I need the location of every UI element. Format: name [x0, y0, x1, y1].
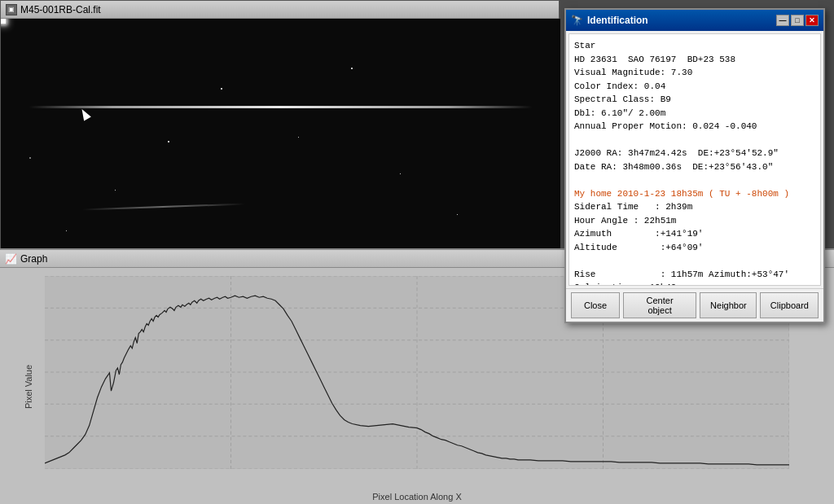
- annual-pm-value: 0.024 -0.040: [692, 121, 757, 131]
- cursor-arrow: [78, 107, 91, 121]
- annual-pm-label: Annual Proper Motion:: [574, 121, 687, 131]
- star-type-row: Star: [574, 39, 815, 53]
- image-title-bar: ▣ M45-001RB-Cal.fit: [1, 1, 559, 19]
- star: [351, 68, 353, 69]
- spectral-class-row: Spectral Class: B9: [574, 93, 815, 107]
- dialog-title-bar: 🔭 Identification — □ ✕: [566, 10, 823, 31]
- x-axis-label: Pixel Location Along X: [372, 492, 461, 502]
- image-window-icon: ▣: [6, 4, 17, 15]
- altitude-label: Altitude: [574, 243, 617, 252]
- color-index-value: 0.04: [644, 81, 665, 91]
- altitude-row: Altitude :+64°09': [574, 241, 815, 255]
- rise-row: Rise : 11h57m Azimuth:+53°47': [574, 268, 815, 282]
- dialog-footer: Close Center object Neighbor Clipboard: [566, 288, 823, 322]
- clipboard-button[interactable]: Clipboard: [760, 292, 819, 318]
- bright-star: [1, 19, 6, 24]
- visual-mag-row: Visual Magnitude: 7.30: [574, 66, 815, 80]
- j2000-ra-value: 3h47m24.42s: [628, 148, 687, 158]
- bd-id: BD+23 538: [687, 55, 735, 64]
- hour-angle-row: Hour Angle : 22h51m: [574, 214, 815, 228]
- dialog-title-left: 🔭 Identification: [571, 15, 648, 26]
- close-button[interactable]: Close: [571, 292, 620, 318]
- culmination-label: Culmination :: [574, 283, 644, 286]
- my-home-text: My home 2010-1-23 18h35m ( TU + -8h00m ): [574, 189, 789, 199]
- j2000-de-value: +23°54'52.9": [714, 148, 779, 158]
- star: [115, 190, 116, 191]
- visual-mag-value: 7.30: [671, 68, 692, 77]
- dialog-controls: — □ ✕: [776, 15, 819, 26]
- azimuth-value: :+141°19': [655, 229, 703, 239]
- culmination-value: 19h49m: [649, 283, 682, 286]
- date-ra-value: 3h48m00.36s: [622, 162, 682, 172]
- identification-dialog: 🔭 Identification — □ ✕ Star HD 23631 SAO…: [564, 8, 825, 323]
- sao-id: SAO 76197: [628, 55, 676, 64]
- annual-pm-row: Annual Proper Motion: 0.024 -0.040: [574, 120, 815, 134]
- hd-id: HD 23631: [574, 55, 617, 64]
- catalog-ids-row: HD 23631 SAO 76197 BD+23 538: [574, 53, 815, 67]
- color-index-label: Color Index:: [574, 81, 639, 91]
- star-type: Star: [574, 41, 595, 50]
- star: [29, 157, 31, 159]
- image-title: M45-001RB-Cal.fit: [20, 4, 101, 15]
- spectral-class-label: Spectral Class:: [574, 94, 655, 104]
- altitude-value: :+64°09': [661, 243, 704, 252]
- azimuth-row: Azimuth :+141°19': [574, 227, 815, 241]
- rise-value: : 11h57m Azimuth:+53°47': [661, 270, 789, 279]
- star: [298, 137, 299, 138]
- culmination-row: Culmination : 19h49m: [574, 281, 815, 286]
- dialog-icon: 🔭: [571, 15, 583, 26]
- graph-title: Graph: [20, 253, 47, 265]
- star: [66, 230, 67, 231]
- hour-angle-value: : 22h51m: [634, 216, 677, 226]
- star: [457, 214, 458, 215]
- dialog-body: Star HD 23631 SAO 76197 BD+23 538 Visual…: [568, 33, 821, 286]
- azimuth-label: Azimuth: [574, 229, 612, 239]
- j2000-ra-row: J2000 RA: 3h47m24.42s DE:+23°54'52.9": [574, 147, 815, 160]
- date-ra-row: Date RA: 3h48m00.36s DE:+23°56'43.0": [574, 160, 815, 174]
- dialog-title: Identification: [587, 15, 648, 26]
- star-streak: [82, 204, 245, 211]
- maximize-button[interactable]: □: [791, 15, 804, 26]
- dbl-label: Dbl:: [574, 108, 595, 118]
- color-index-row: Color Index: 0.04: [574, 80, 815, 94]
- j2000-de-label: DE:: [698, 148, 714, 158]
- main-image-window: ▣ M45-001RB-Cal.fit: [0, 0, 560, 248]
- dbl-row: Dbl: 6.10"/ 2.00m: [574, 107, 815, 121]
- spectral-class-value: B9: [661, 94, 671, 104]
- image-canvas[interactable]: [1, 19, 560, 249]
- y-axis-label: Pixel Value: [24, 365, 33, 409]
- close-dialog-button[interactable]: ✕: [805, 15, 819, 26]
- date-de-label: DE:: [692, 162, 709, 172]
- hour-angle-label: Hour Angle: [574, 216, 628, 226]
- star: [400, 173, 401, 174]
- star: [221, 88, 222, 90]
- center-object-button[interactable]: Center object: [623, 292, 696, 318]
- sideral-time-label: Sideral Time: [574, 202, 639, 212]
- minimize-button[interactable]: —: [776, 15, 789, 26]
- star: [168, 141, 169, 142]
- graph-icon: 📈: [5, 253, 17, 265]
- date-de-value: +23°56'43.0": [709, 162, 773, 172]
- my-home-row: My home 2010-1-23 18h35m ( TU + -8h00m ): [574, 187, 815, 201]
- sideral-time-value: : 2h39m: [655, 202, 692, 212]
- sideral-time-row: Sideral Time : 2h39m: [574, 200, 815, 214]
- j2000-ra-label: J2000 RA:: [574, 148, 622, 158]
- dbl-value: 6.10"/ 2.00m: [601, 108, 665, 118]
- visual-mag-label: Visual Magnitude:: [574, 68, 665, 77]
- rise-label: Rise: [574, 270, 595, 279]
- neighbor-button[interactable]: Neighbor: [700, 292, 757, 318]
- date-ra-label: Date RA:: [574, 162, 617, 172]
